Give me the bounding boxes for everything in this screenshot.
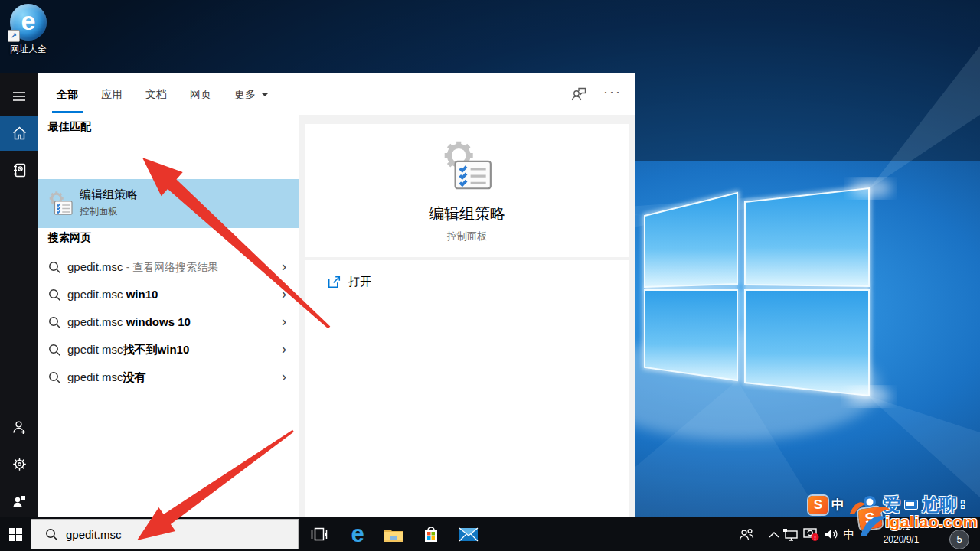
search-icon	[48, 344, 61, 357]
rail-home-button[interactable]	[0, 116, 38, 151]
desktop-shortcut-label: 网址大全	[5, 43, 52, 56]
account-add-icon	[12, 420, 27, 435]
tab-web[interactable]: 网页	[188, 73, 213, 115]
taskbar-clock[interactable]: 16:1 2020/9/1	[871, 520, 931, 546]
microsoft-store-button[interactable]	[414, 517, 448, 551]
open-external-icon	[328, 276, 341, 289]
open-action[interactable]: 打开	[305, 268, 629, 297]
preview-title: 编辑组策略	[305, 204, 629, 224]
header-feedback-button[interactable]	[569, 84, 589, 104]
preview-card: 编辑组策略 控制面板	[305, 124, 629, 257]
best-match-item[interactable]: 编辑组策略 控制面板	[38, 179, 299, 228]
best-match-header: 最佳匹配	[48, 120, 91, 134]
search-icon	[48, 261, 61, 274]
screen: e ↗ 网址大全	[0, 0, 980, 551]
desktop-shortcut-browser[interactable]: e ↗ 网址大全	[5, 4, 52, 56]
edge-browser-button[interactable]: e	[341, 517, 374, 551]
chevron-down-icon	[261, 93, 269, 96]
group-policy-icon	[47, 190, 74, 217]
search-filter-header: 全部 应用 文档 网页 更多 ···	[38, 73, 635, 116]
store-icon	[422, 525, 440, 543]
tray-people-button[interactable]	[733, 517, 760, 551]
tab-all[interactable]: 全部	[55, 73, 80, 115]
web-suggestion-row[interactable]: gpedit.msc windows 10 ›	[38, 309, 299, 337]
clock-date: 2020/9/1	[871, 533, 931, 546]
preview-actions-card: 打开	[305, 260, 629, 517]
feedback-person-icon	[12, 494, 27, 507]
speaker-icon	[824, 528, 838, 540]
task-view-button[interactable]	[302, 517, 336, 551]
rail-settings-button[interactable]	[0, 446, 38, 481]
chevron-right-icon: ›	[282, 286, 286, 302]
tab-more[interactable]: 更多	[233, 73, 270, 115]
svg-text:!: !	[814, 533, 816, 540]
start-button[interactable]	[0, 517, 31, 551]
best-match-title: 编辑组策略	[80, 187, 137, 202]
header-ellipsis-button[interactable]: ···	[599, 80, 626, 107]
tab-documents[interactable]: 文档	[144, 73, 168, 115]
update-icon: !	[803, 527, 820, 542]
web-suggestion-row[interactable]: gpedit msc找不到win10 ›	[38, 337, 299, 364]
chevron-right-icon: ›	[282, 369, 286, 385]
results-column: 最佳匹配 编辑组策略 控制面板	[38, 115, 299, 517]
chevron-right-icon: ›	[282, 314, 286, 330]
web-suggestion-row[interactable]: gpedit.msc win10 ›	[38, 282, 299, 309]
windows-logo	[645, 188, 869, 396]
open-action-label: 打开	[348, 275, 371, 289]
search-icon	[48, 316, 61, 329]
ime-label: 中	[844, 527, 855, 542]
mail-button[interactable]	[452, 517, 485, 551]
filter-tabs: 全部 应用 文档 网页 更多	[55, 73, 270, 115]
rail-feedback-button[interactable]	[0, 483, 38, 518]
home-icon	[12, 126, 27, 140]
tab-apps[interactable]: 应用	[100, 73, 124, 115]
group-policy-icon-large	[439, 138, 495, 194]
mail-icon	[459, 527, 479, 542]
people-icon	[739, 528, 754, 540]
rail-journal-button[interactable]	[0, 152, 38, 187]
web-suggestion-row[interactable]: gpedit.msc - 查看网络搜索结果 ›	[38, 254, 299, 282]
hamburger-icon	[12, 91, 26, 102]
search-flyout-rail	[0, 73, 38, 517]
network-icon	[782, 528, 798, 541]
chevron-right-icon: ›	[282, 259, 286, 275]
clock-time: 16:1	[871, 520, 931, 533]
text-cursor	[122, 527, 123, 541]
file-explorer-button[interactable]	[377, 517, 410, 551]
edge-icon: e	[351, 523, 364, 546]
rail-account-button[interactable]	[0, 409, 38, 445]
taskbar-search-input[interactable]: gpedit.msc	[31, 519, 299, 549]
web-suggestion-row[interactable]: gpedit msc没有 ›	[38, 364, 299, 392]
shortcut-arrow-icon: ↗	[8, 30, 20, 42]
gear-icon	[12, 457, 27, 471]
search-icon	[45, 528, 58, 541]
task-view-icon	[311, 527, 328, 541]
browser-e-icon: e ↗	[10, 4, 47, 41]
web-search-header: 搜索网页	[48, 231, 91, 245]
search-icon	[48, 371, 61, 384]
best-match-subtitle: 控制面板	[80, 205, 118, 218]
search-flyout-panel: 全部 应用 文档 网页 更多 ··· 最佳匹配	[38, 73, 635, 517]
hamburger-menu-button[interactable]	[0, 79, 38, 114]
taskbar: gpedit.msc e	[0, 517, 980, 551]
preview-column: 编辑组策略 控制面板 打开	[299, 115, 635, 517]
notification-count-badge: 5	[949, 530, 969, 549]
folder-icon	[384, 527, 403, 543]
preview-subtitle: 控制面板	[305, 230, 629, 243]
search-icon	[48, 289, 61, 302]
chevron-right-icon: ›	[282, 341, 286, 357]
journal-icon	[12, 163, 26, 178]
tray-ime-indicator[interactable]: 中	[839, 517, 859, 551]
search-input-value: gpedit.msc	[66, 528, 122, 541]
windows-start-icon	[9, 528, 22, 541]
